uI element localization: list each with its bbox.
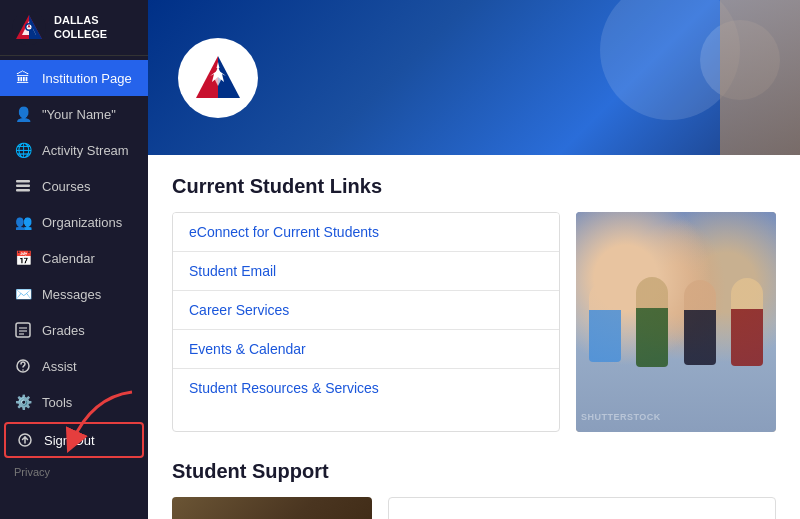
- sidebar-item-calendar[interactable]: 📅 Calendar: [0, 240, 148, 276]
- link-student-resources[interactable]: Student Resources & Services: [173, 369, 559, 407]
- messages-icon: ✉️: [14, 285, 32, 303]
- links-list: eConnect for Current Students Student Em…: [172, 212, 560, 432]
- sidebar: DALLAS COLLEGE 🏛 Institution Page 👤 "You…: [0, 0, 148, 519]
- sign-out-icon: [16, 431, 34, 449]
- link-econnect[interactable]: eConnect for Current Students: [173, 213, 559, 252]
- tools-label: Tools: [42, 395, 72, 410]
- assist-icon: [14, 357, 32, 375]
- tools-icon: ⚙️: [14, 393, 32, 411]
- institution-logo: [178, 38, 258, 118]
- sidebar-item-institution-page[interactable]: 🏛 Institution Page: [0, 60, 148, 96]
- logo-area: DALLAS COLLEGE: [0, 0, 148, 56]
- content-body: Current Student Links eConnect for Curre…: [148, 155, 800, 519]
- grades-label: Grades: [42, 323, 85, 338]
- svg-rect-9: [16, 185, 30, 188]
- institution-icon: 🏛: [14, 69, 32, 87]
- sidebar-nav: 🏛 Institution Page 👤 "Your Name" 🌐 Activ…: [0, 56, 148, 519]
- calendar-icon: 📅: [14, 249, 32, 267]
- grades-icon: [14, 321, 32, 339]
- main-content: Current Student Links eConnect for Curre…: [148, 0, 800, 519]
- globe-icon: 🌐: [14, 141, 32, 159]
- organizations-icon: 👥: [14, 213, 32, 231]
- dallas-college-logo-icon: [12, 11, 46, 45]
- activity-stream-label: Activity Stream: [42, 143, 129, 158]
- courses-icon: [14, 177, 32, 195]
- svg-rect-8: [16, 180, 30, 183]
- link-events-calendar[interactable]: Events & Calendar: [173, 330, 559, 369]
- messages-label: Messages: [42, 287, 101, 302]
- sign-out-label: Sign Out: [44, 433, 95, 448]
- current-student-links-title: Current Student Links: [172, 175, 776, 198]
- assist-label: Assist: [42, 359, 77, 374]
- sidebar-item-your-name[interactable]: 👤 "Your Name": [0, 96, 148, 132]
- user-icon: 👤: [14, 105, 32, 123]
- support-container: Ready for Day One: [172, 497, 776, 519]
- privacy-label: Privacy: [0, 460, 148, 484]
- svg-rect-11: [16, 323, 30, 337]
- banner: [148, 0, 800, 155]
- link-student-email[interactable]: Student Email: [173, 252, 559, 291]
- sidebar-item-assist[interactable]: Assist: [0, 348, 148, 384]
- link-ready-for-day-one[interactable]: Ready for Day One: [388, 497, 776, 519]
- svg-point-16: [22, 369, 24, 371]
- sidebar-item-tools[interactable]: ⚙️ Tools: [0, 384, 148, 420]
- your-name-label: "Your Name": [42, 107, 116, 122]
- links-container: eConnect for Current Students Student Em…: [172, 212, 776, 432]
- link-career-services[interactable]: Career Services: [173, 291, 559, 330]
- student-photo: SHUTTERSTOCK: [576, 212, 776, 432]
- svg-rect-10: [16, 189, 30, 192]
- sidebar-item-activity-stream[interactable]: 🌐 Activity Stream: [0, 132, 148, 168]
- organizations-label: Organizations: [42, 215, 122, 230]
- sidebar-item-messages[interactable]: ✉️ Messages: [0, 276, 148, 312]
- sidebar-item-grades[interactable]: Grades: [0, 312, 148, 348]
- sidebar-item-organizations[interactable]: 👥 Organizations: [0, 204, 148, 240]
- banner-person-silhouette: [720, 0, 800, 155]
- courses-label: Courses: [42, 179, 90, 194]
- dallas-college-logo: [188, 48, 248, 108]
- sidebar-item-courses[interactable]: Courses: [0, 168, 148, 204]
- institution-label: Institution Page: [42, 71, 132, 86]
- support-photo: [172, 497, 372, 519]
- student-support-title: Student Support: [172, 460, 776, 483]
- logo-text: DALLAS COLLEGE: [54, 14, 107, 40]
- watermark: SHUTTERSTOCK: [581, 412, 661, 422]
- sidebar-item-sign-out[interactable]: Sign Out: [4, 422, 144, 458]
- calendar-label: Calendar: [42, 251, 95, 266]
